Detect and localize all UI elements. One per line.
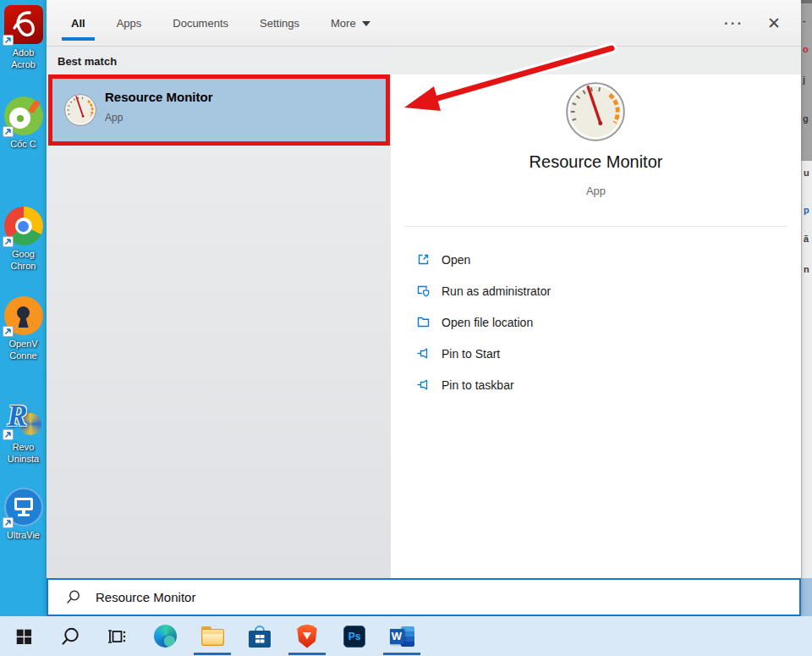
- taskbar-item-microsoft-store[interactable]: [239, 616, 280, 656]
- open-icon: [416, 252, 431, 267]
- chevron-down-icon: [362, 21, 370, 26]
- word-icon: W: [390, 626, 414, 648]
- desktop-label: Acrob: [0, 58, 47, 70]
- tab-more[interactable]: More: [329, 12, 372, 35]
- preview-title: Resource Monitor: [391, 152, 801, 172]
- start-button[interactable]: [3, 616, 44, 656]
- shortcut-arrow-icon: [3, 35, 14, 46]
- action-open-file-location[interactable]: Open file location: [391, 306, 801, 338]
- tab-settings[interactable]: Settings: [258, 12, 301, 35]
- desktop-label: Adob: [0, 47, 47, 58]
- search-icon: [59, 626, 81, 648]
- task-view-button[interactable]: [96, 616, 137, 656]
- action-pin-to-start[interactable]: Pin to Start: [391, 338, 801, 369]
- edge-icon: [154, 625, 177, 648]
- pin-icon: [416, 346, 431, 361]
- action-run-as-administrator[interactable]: Run as administrator: [391, 275, 801, 306]
- resource-monitor-gauge-icon: [564, 80, 627, 143]
- search-box[interactable]: [47, 578, 801, 616]
- best-match-label: Best match: [58, 55, 117, 68]
- taskbar-item-file-explorer[interactable]: [192, 616, 233, 656]
- desktop-label: Goog: [0, 248, 47, 260]
- background-window-strip: - o j g u p ã n: [801, 0, 812, 656]
- action-open[interactable]: Open: [391, 244, 801, 275]
- file-explorer-icon: [201, 626, 224, 647]
- taskbar-item-photoshop[interactable]: Ps: [334, 616, 375, 656]
- desktop-label: OpenV: [0, 338, 47, 350]
- tab-apps[interactable]: Apps: [115, 12, 144, 35]
- desktop-label: Revo: [0, 441, 47, 453]
- search-filter-tabs: All Apps Documents Settings More ··· ✕: [47, 0, 801, 47]
- brave-icon: [297, 625, 318, 648]
- shortcut-arrow-icon: [3, 517, 14, 528]
- search-flyout-panel: All Apps Documents Settings More ··· ✕: [47, 0, 801, 616]
- divider: [404, 226, 787, 227]
- action-pin-to-taskbar[interactable]: Pin to taskbar: [391, 369, 801, 400]
- tab-documents[interactable]: Documents: [171, 12, 230, 35]
- desktop-label: Uninsta: [0, 453, 47, 465]
- desktop-icon-coc-coc[interactable]: Cốc C: [0, 96, 47, 150]
- resource-monitor-gauge-icon: [63, 93, 97, 127]
- search-icon: [65, 589, 81, 605]
- taskbar-item-brave[interactable]: [287, 616, 327, 656]
- best-match-subtitle: App: [105, 112, 123, 124]
- preview-subtitle: App: [391, 185, 801, 197]
- windows-logo-icon: [14, 626, 34, 646]
- desktop-icon-openvpn-connect[interactable]: OpenV Conne: [0, 296, 47, 361]
- shortcut-arrow-icon: [3, 326, 14, 337]
- shortcut-arrow-icon: [3, 126, 14, 137]
- preview-pane: Resource Monitor App Open: [391, 74, 801, 578]
- taskbar: Ps W: [0, 616, 812, 656]
- screen: Adob Acrob Cốc C Goog Chron: [0, 0, 812, 656]
- desktop-icon-adobe-acrobat[interactable]: Adob Acrob: [0, 5, 47, 70]
- results-list: Best match: [47, 47, 391, 578]
- photoshop-icon: Ps: [343, 626, 365, 648]
- task-view-icon: [106, 626, 128, 648]
- more-options-button[interactable]: ···: [724, 15, 743, 32]
- desktop-icon-google-chrome[interactable]: Goog Chron: [0, 207, 47, 272]
- active-tab-underline: [62, 37, 95, 41]
- taskbar-item-word[interactable]: W: [381, 616, 422, 656]
- best-match-item[interactable]: Resource Monitor App: [48, 74, 390, 146]
- desktop-label: Cốc C: [0, 138, 47, 150]
- microsoft-store-icon: [249, 626, 271, 648]
- file-location-icon: [416, 315, 431, 329]
- desktop-label: Conne: [0, 350, 47, 361]
- shortcut-arrow-icon: [3, 236, 14, 247]
- pin-icon: [416, 378, 431, 392]
- tab-all[interactable]: All: [69, 12, 87, 35]
- desktop-label: UltraVie: [0, 529, 47, 541]
- search-input[interactable]: [96, 590, 688, 604]
- taskbar-search-button[interactable]: [50, 616, 91, 656]
- taskbar-item-edge[interactable]: [145, 616, 185, 656]
- close-button[interactable]: ✕: [767, 14, 781, 33]
- desktop-icon-ultraviewer[interactable]: UltraVie: [0, 488, 47, 541]
- desktop-label: Chron: [0, 260, 47, 272]
- desktop-icon-revo-uninstaller[interactable]: R Revo Uninsta: [0, 400, 47, 465]
- best-match-title: Resource Monitor: [105, 90, 213, 104]
- admin-shield-icon: [416, 284, 431, 298]
- shortcut-arrow-icon: [3, 429, 14, 440]
